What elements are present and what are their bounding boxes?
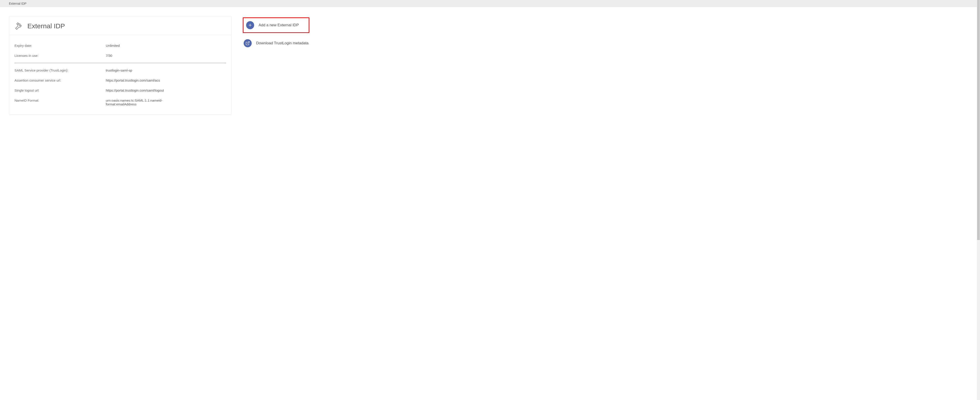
row-acs: Assertion consumer service url: https://…: [14, 75, 226, 85]
scrollbar-thumb[interactable]: [977, 0, 980, 124]
value: https://portal.trustlogin.com/saml/logou…: [106, 88, 226, 92]
highlight-box: Add a new External IDP: [243, 18, 309, 33]
label: Licenses in use:: [14, 54, 106, 57]
panel-header: External IDP: [9, 16, 231, 35]
external-idp-panel: External IDP Expiry date: Unlimited Lice…: [9, 16, 232, 115]
value: urn:oasis:names:tc:SAML:1.1:nameid-forma…: [106, 99, 173, 106]
plus-icon: [246, 21, 254, 29]
value: 7/30: [106, 54, 226, 57]
label: Expiry date:: [14, 44, 106, 48]
value: Unlimited: [106, 44, 226, 48]
row-slo: Single logout url: https://portal.trustl…: [14, 85, 226, 96]
row-licenses: Licenses in use: 7/30: [14, 51, 226, 61]
external-link-icon: [243, 39, 252, 47]
label: NameID Format:: [14, 99, 106, 106]
scrollbar[interactable]: [977, 0, 980, 124]
row-expiry: Expiry date: Unlimited: [14, 41, 226, 51]
side-actions: Add a new External IDP Download TrustLog…: [243, 16, 309, 49]
panel-title: External IDP: [27, 22, 65, 30]
add-external-idp-button[interactable]: Add a new External IDP: [245, 19, 299, 31]
panel-body: Expiry date: Unlimited Licenses in use: …: [9, 35, 231, 115]
row-sp: SAML Service provider (TrustLogin): trus…: [14, 65, 226, 75]
divider: [14, 63, 226, 63]
row-nameid: NameID Format: urn:oasis:names:tc:SAML:1…: [14, 96, 226, 109]
action-label: Add a new External IDP: [259, 23, 299, 27]
label: Single logout url:: [14, 88, 106, 92]
breadcrumb: External IDP: [9, 2, 27, 5]
value: https://portal.trustlogin.com/saml/acs: [106, 78, 226, 82]
content: External IDP Expiry date: Unlimited Lice…: [0, 7, 980, 124]
value: trustlogin-saml-sp: [106, 69, 226, 72]
page-header: External IDP: [0, 0, 980, 7]
label: Assertion consumer service url:: [14, 78, 106, 82]
download-metadata-button[interactable]: Download TrustLogin metadata: [243, 37, 309, 49]
action-label: Download TrustLogin metadata: [256, 41, 309, 45]
tools-icon: [14, 22, 23, 30]
label: SAML Service provider (TrustLogin):: [14, 69, 106, 72]
svg-line-2: [247, 41, 249, 44]
